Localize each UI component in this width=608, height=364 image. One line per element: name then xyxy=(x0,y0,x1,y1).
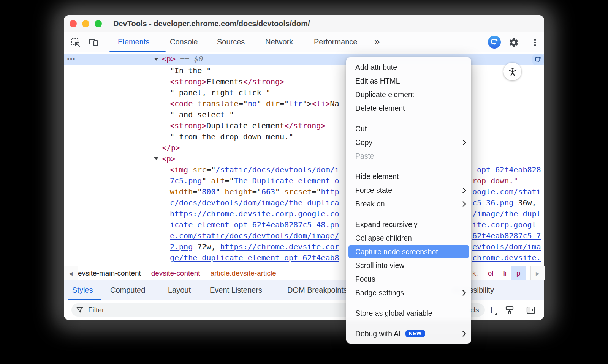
menu-item-label: Cut xyxy=(355,122,367,136)
menu-item-label: Paste xyxy=(355,149,374,163)
attr-value-link[interactable]: oogle.com/stati xyxy=(472,187,541,196)
expand-arrow-icon[interactable] xyxy=(154,157,158,160)
accessibility-person-icon[interactable] xyxy=(504,63,521,80)
styles-tab-dom-breakpoints[interactable]: DOM Breakpoints xyxy=(287,280,347,300)
attr-value-link[interactable]: ge/the-duplicate-element-opt-62f4eab8 xyxy=(170,253,339,262)
minimize-window-button[interactable] xyxy=(82,20,89,27)
code-line-continuation: oogle.com/stati xyxy=(472,186,541,197)
attr-value-link[interactable]: e.com/static/docs/devtools/dom/image/ xyxy=(170,231,339,240)
menu-item-delete-element[interactable]: Delete element xyxy=(346,101,471,115)
attr-value-link[interactable]: evtools/dom/ima xyxy=(472,242,541,251)
attr-value-link[interactable]: 2.png xyxy=(170,242,193,251)
menu-item-badge-settings[interactable]: Badge settings xyxy=(346,286,471,299)
menu-item-copy[interactable]: Copy xyxy=(346,136,471,149)
title-bar: DevTools - developer.chrome.com/docs/dev… xyxy=(64,15,544,33)
tab-sources[interactable]: Sources xyxy=(217,32,245,52)
zoom-window-button[interactable] xyxy=(95,20,102,27)
device-toolbar-icon[interactable] xyxy=(87,36,100,48)
menu-item-edit-as-html[interactable]: Edit as HTML xyxy=(346,74,471,88)
inspect-icon[interactable] xyxy=(69,36,81,48)
toolbar-divider-right xyxy=(481,36,481,48)
breadcrumb-item-p[interactable]: p xyxy=(511,266,526,280)
attr-value-link[interactable]: -opt-62f4eab828 xyxy=(472,165,541,174)
styles-tab-bar: StylesComputedLayoutEvent ListenersDOM B… xyxy=(64,280,544,300)
tab-console[interactable]: Console xyxy=(170,32,198,52)
breadcrumb-forward-icon[interactable]: ▶ xyxy=(530,266,545,280)
overflow-dots[interactable]: ... xyxy=(67,52,76,62)
menu-item-expand-recursively[interactable]: Expand recursively xyxy=(346,217,471,231)
attr-value-link[interactable]: icate-element-opt-62f4eab8287c5_48.pn xyxy=(170,220,339,229)
ai-assistant-icon[interactable] xyxy=(488,36,501,49)
dom-tree-line[interactable]: <p> xyxy=(64,153,544,164)
styles-tab-event-listeners[interactable]: Event Listeners xyxy=(210,280,262,300)
styles-tab-styles[interactable]: Styles xyxy=(72,280,93,300)
attr-value-link[interactable]: c/docs/devtools/dom/image/the-duplica xyxy=(170,198,339,207)
breadcrumb-item-devsite-content[interactable]: devsite-content xyxy=(151,269,200,277)
dom-tree-line[interactable]: <strong>Elements</strong> xyxy=(64,76,544,87)
dom-tree-line[interactable]: " from the drop-down menu." xyxy=(64,131,544,142)
screenshot-stage: DevTools - developer.chrome.com/docs/dev… xyxy=(0,0,608,364)
menu-item-capture-node-screenshot[interactable]: Capture node screenshot xyxy=(348,245,469,258)
attr-value-link[interactable]: ite.corp.googl xyxy=(472,220,537,229)
attr-value-link[interactable]: c5_36.png xyxy=(472,198,513,207)
more-panels-icon[interactable]: » xyxy=(374,32,379,52)
dom-tree-line[interactable]: icate-element-opt-62f4eab8287c5_48.pnite… xyxy=(64,219,544,230)
code-token-txt: =" xyxy=(193,187,202,196)
dom-tree-line[interactable]: ge/the-duplicate-element-opt-62f4eab8chr… xyxy=(64,252,544,263)
dom-tree-line[interactable]: </p> xyxy=(64,142,544,153)
dom-tree-line[interactable]: https://chrome.devsite.corp.google.co/im… xyxy=(64,208,544,219)
attr-value-link[interactable]: /image/the-dupl xyxy=(472,209,541,218)
styles-tab-layout[interactable]: Layout xyxy=(168,280,191,300)
dom-tree-line[interactable]: "In the " xyxy=(64,65,544,76)
dom-tree-line[interactable]: " panel, right-click " xyxy=(64,87,544,98)
menu-item-hide-element[interactable]: Hide element xyxy=(346,170,471,183)
dom-tree-line[interactable]: <code translate="no" dir="ltr"><li>Na xyxy=(64,98,544,109)
menu-item-scroll-into-view[interactable]: Scroll into view xyxy=(346,258,471,272)
menu-item-break-on[interactable]: Break on xyxy=(346,197,471,211)
dom-tree-line[interactable]: <img src="/static/docs/devtools/dom/i-op… xyxy=(64,164,544,175)
settings-gear-icon[interactable] xyxy=(508,36,520,49)
code-token-txt: " from the drop-down menu." xyxy=(170,132,293,141)
tab-performance[interactable]: Performance xyxy=(314,32,358,52)
menu-item-duplicate-element[interactable]: Duplicate element xyxy=(346,88,471,101)
attr-value-link[interactable]: 7c5.png xyxy=(170,176,202,185)
breadcrumb-item-k[interactable]: k. xyxy=(472,269,478,277)
close-window-button[interactable] xyxy=(70,20,77,27)
breadcrumb-item-ol[interactable]: ol xyxy=(488,269,494,277)
dom-tree-line[interactable]: e.com/static/docs/devtools/dom/image/62f… xyxy=(64,230,544,241)
filter-funnel-icon xyxy=(76,306,84,315)
dom-tree-line[interactable]: " and select " xyxy=(64,109,544,120)
attr-value-link[interactable]: chrome.devsite. xyxy=(472,253,541,262)
attr-value-link[interactable]: /static/docs/devtools/dom/i xyxy=(215,165,339,174)
dom-tree-line[interactable]: width="800" height="663" srcset="httpoog… xyxy=(64,186,544,197)
tab-elements[interactable]: Elements xyxy=(118,32,149,52)
breadcrumb-item-li[interactable]: li xyxy=(504,269,507,277)
attr-value-link[interactable]: https://chrome.devsite.corp.google.co xyxy=(170,209,339,218)
attr-value-link[interactable]: http xyxy=(321,187,339,196)
attr-value-link[interactable]: 62f4eab8287c5_7 xyxy=(472,231,541,240)
menu-item-force-state[interactable]: Force state xyxy=(346,183,471,197)
inspect-ai-badge-icon[interactable] xyxy=(532,54,544,65)
tab-network[interactable]: Network xyxy=(265,32,293,52)
new-style-rule-icon[interactable]: + xyxy=(485,304,498,317)
paint-roller-icon[interactable] xyxy=(503,304,516,317)
breadcrumb-item-article-devsite-article[interactable]: article.devsite-article xyxy=(211,269,276,277)
more-options-icon[interactable] xyxy=(529,36,541,49)
dom-tree-line[interactable]: 7c5.png" alt="The Duplicate element orop… xyxy=(64,175,544,186)
selected-dom-node[interactable]: ... <p> == $0 xyxy=(64,54,544,65)
menu-item-add-attribute[interactable]: Add attribute xyxy=(346,60,471,74)
breadcrumb-back-icon[interactable]: ◀ xyxy=(64,266,78,280)
attr-value-link[interactable]: https://chrome.devsite.cor xyxy=(220,242,339,251)
menu-item-collapse-children[interactable]: Collapse children xyxy=(346,231,471,245)
menu-item-focus[interactable]: Focus xyxy=(346,272,471,286)
dom-tree-line[interactable]: 2.png 72w, https://chrome.devsite.corevt… xyxy=(64,241,544,252)
menu-item-cut[interactable]: Cut xyxy=(346,122,471,136)
styles-tab-computed[interactable]: Computed xyxy=(110,280,145,300)
dom-tree-line[interactable]: <strong>Duplicate element</strong> xyxy=(64,120,544,131)
menu-item-debug-with-ai[interactable]: Debug with AINEW xyxy=(346,327,471,340)
dom-tree-line[interactable]: c/docs/devtools/dom/image/the-duplicac5_… xyxy=(64,197,544,208)
menu-item-store-as-global-variable[interactable]: Store as global variable xyxy=(346,306,471,320)
expand-arrow-icon[interactable] xyxy=(154,58,158,61)
toggle-sidebar-icon[interactable] xyxy=(524,304,537,317)
breadcrumb-item-evsite-main-content[interactable]: evsite-main-content xyxy=(78,269,141,277)
